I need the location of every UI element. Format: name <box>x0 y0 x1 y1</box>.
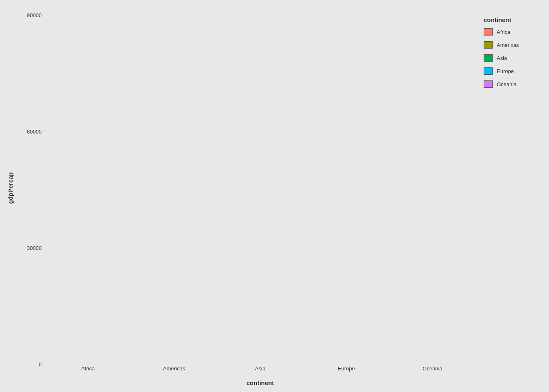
svg-rect-99 <box>417 270 448 287</box>
legend-item-europe: Europe <box>484 67 541 75</box>
x-tick-americas: Americas <box>131 365 217 378</box>
main-plot-svg <box>45 8 475 364</box>
legend-label-oceania: Oceania <box>497 81 516 87</box>
legend-item-americas: Americas <box>484 41 541 49</box>
legend-label-asia: Asia <box>497 55 507 61</box>
legend-label-europe: Europe <box>497 68 514 74</box>
x-axis-title: continent <box>45 379 475 386</box>
chart-container: gdpPercap 90000 60000 30000 0 Africa Ame… <box>0 0 549 392</box>
svg-rect-26 <box>159 323 189 343</box>
legend-item-oceania: Oceania <box>484 80 541 88</box>
legend-label-africa: Africa <box>497 29 510 35</box>
y-tick-60000: 60000 <box>27 129 42 135</box>
legend-item-asia: Asia <box>484 54 541 62</box>
x-tick-africa: Africa <box>45 365 131 378</box>
x-tick-oceania: Oceania <box>389 365 475 378</box>
plot-svg-area <box>45 8 475 364</box>
svg-rect-55 <box>245 329 275 347</box>
x-axis-labels: Africa Americas Asia Europe Oceania <box>45 365 475 378</box>
legend-box-asia <box>484 54 493 62</box>
y-axis-label: gdpPercap <box>7 163 14 212</box>
legend-box-americas <box>484 41 493 49</box>
legend-title: continent <box>484 16 541 23</box>
plot-inner: Africa Americas Asia Europe Oceania cont… <box>45 8 475 388</box>
legend: continent Africa Americas Asia Europe Oc… <box>475 8 545 388</box>
legend-item-africa: Africa <box>484 28 541 36</box>
y-tick-30000: 30000 <box>27 245 42 251</box>
svg-rect-9 <box>73 340 103 345</box>
x-tick-asia: Asia <box>217 365 304 378</box>
legend-box-europe <box>484 67 493 75</box>
legend-box-oceania <box>484 80 493 88</box>
chart-area: gdpPercap 90000 60000 30000 0 Africa Ame… <box>4 8 475 388</box>
y-tick-90000: 90000 <box>27 12 42 18</box>
y-tick-0: 0 <box>39 361 42 368</box>
x-tick-europe: Europe <box>303 365 389 378</box>
legend-box-africa <box>484 28 493 36</box>
svg-rect-90 <box>331 273 362 309</box>
y-axis: 90000 60000 30000 0 <box>16 8 45 388</box>
legend-label-americas: Americas <box>497 42 519 48</box>
